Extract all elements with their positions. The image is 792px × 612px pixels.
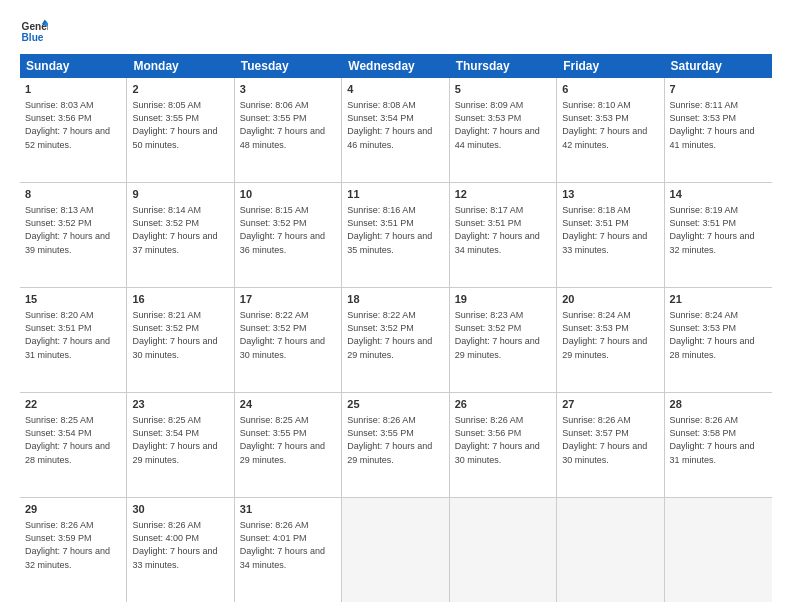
day-details: Sunrise: 8:26 AMSunset: 4:01 PMDaylight:… [240,519,336,571]
logo-icon: General Blue [20,18,48,46]
day-number: 14 [670,187,767,202]
calendar-day-cell: 21Sunrise: 8:24 AMSunset: 3:53 PMDayligh… [665,288,772,392]
calendar-day-cell: 13Sunrise: 8:18 AMSunset: 3:51 PMDayligh… [557,183,664,287]
day-details: Sunrise: 8:18 AMSunset: 3:51 PMDaylight:… [562,204,658,256]
calendar-day-cell: 9Sunrise: 8:14 AMSunset: 3:52 PMDaylight… [127,183,234,287]
calendar-empty-cell [665,498,772,602]
calendar-day-cell: 30Sunrise: 8:26 AMSunset: 4:00 PMDayligh… [127,498,234,602]
calendar-day-cell: 7Sunrise: 8:11 AMSunset: 3:53 PMDaylight… [665,78,772,182]
day-number: 16 [132,292,228,307]
calendar-day-cell: 11Sunrise: 8:16 AMSunset: 3:51 PMDayligh… [342,183,449,287]
calendar-day-cell: 17Sunrise: 8:22 AMSunset: 3:52 PMDayligh… [235,288,342,392]
calendar-empty-cell [450,498,557,602]
calendar-day-cell: 14Sunrise: 8:19 AMSunset: 3:51 PMDayligh… [665,183,772,287]
day-number: 9 [132,187,228,202]
day-number: 30 [132,502,228,517]
day-details: Sunrise: 8:22 AMSunset: 3:52 PMDaylight:… [347,309,443,361]
calendar-day-cell: 4Sunrise: 8:08 AMSunset: 3:54 PMDaylight… [342,78,449,182]
day-details: Sunrise: 8:26 AMSunset: 3:57 PMDaylight:… [562,414,658,466]
day-number: 6 [562,82,658,97]
calendar-header: SundayMondayTuesdayWednesdayThursdayFrid… [20,54,772,78]
day-number: 5 [455,82,551,97]
calendar-day-cell: 26Sunrise: 8:26 AMSunset: 3:56 PMDayligh… [450,393,557,497]
calendar-day-cell: 15Sunrise: 8:20 AMSunset: 3:51 PMDayligh… [20,288,127,392]
day-number: 18 [347,292,443,307]
day-number: 20 [562,292,658,307]
calendar-day-cell: 19Sunrise: 8:23 AMSunset: 3:52 PMDayligh… [450,288,557,392]
day-number: 12 [455,187,551,202]
day-number: 26 [455,397,551,412]
day-details: Sunrise: 8:25 AMSunset: 3:54 PMDaylight:… [25,414,121,466]
calendar-week-row: 22Sunrise: 8:25 AMSunset: 3:54 PMDayligh… [20,393,772,498]
calendar-day-cell: 22Sunrise: 8:25 AMSunset: 3:54 PMDayligh… [20,393,127,497]
day-number: 19 [455,292,551,307]
day-details: Sunrise: 8:05 AMSunset: 3:55 PMDaylight:… [132,99,228,151]
day-details: Sunrise: 8:08 AMSunset: 3:54 PMDaylight:… [347,99,443,151]
day-details: Sunrise: 8:14 AMSunset: 3:52 PMDaylight:… [132,204,228,256]
day-number: 21 [670,292,767,307]
day-number: 28 [670,397,767,412]
calendar-body: 1Sunrise: 8:03 AMSunset: 3:56 PMDaylight… [20,78,772,602]
day-number: 4 [347,82,443,97]
day-details: Sunrise: 8:26 AMSunset: 3:56 PMDaylight:… [455,414,551,466]
calendar-week-row: 15Sunrise: 8:20 AMSunset: 3:51 PMDayligh… [20,288,772,393]
calendar-empty-cell [342,498,449,602]
day-details: Sunrise: 8:26 AMSunset: 3:58 PMDaylight:… [670,414,767,466]
calendar-header-cell: Thursday [450,54,557,78]
calendar-day-cell: 2Sunrise: 8:05 AMSunset: 3:55 PMDaylight… [127,78,234,182]
day-details: Sunrise: 8:09 AMSunset: 3:53 PMDaylight:… [455,99,551,151]
calendar-day-cell: 18Sunrise: 8:22 AMSunset: 3:52 PMDayligh… [342,288,449,392]
page: General Blue SundayMondayTuesdayWednesda… [0,0,792,612]
calendar-day-cell: 23Sunrise: 8:25 AMSunset: 3:54 PMDayligh… [127,393,234,497]
day-number: 27 [562,397,658,412]
calendar-header-cell: Wednesday [342,54,449,78]
day-details: Sunrise: 8:24 AMSunset: 3:53 PMDaylight:… [670,309,767,361]
calendar-day-cell: 29Sunrise: 8:26 AMSunset: 3:59 PMDayligh… [20,498,127,602]
calendar-day-cell: 27Sunrise: 8:26 AMSunset: 3:57 PMDayligh… [557,393,664,497]
day-details: Sunrise: 8:19 AMSunset: 3:51 PMDaylight:… [670,204,767,256]
day-details: Sunrise: 8:25 AMSunset: 3:54 PMDaylight:… [132,414,228,466]
day-number: 17 [240,292,336,307]
calendar-day-cell: 31Sunrise: 8:26 AMSunset: 4:01 PMDayligh… [235,498,342,602]
calendar-week-row: 1Sunrise: 8:03 AMSunset: 3:56 PMDaylight… [20,78,772,183]
day-number: 29 [25,502,121,517]
day-number: 1 [25,82,121,97]
day-details: Sunrise: 8:17 AMSunset: 3:51 PMDaylight:… [455,204,551,256]
day-number: 2 [132,82,228,97]
calendar-day-cell: 1Sunrise: 8:03 AMSunset: 3:56 PMDaylight… [20,78,127,182]
calendar-day-cell: 24Sunrise: 8:25 AMSunset: 3:55 PMDayligh… [235,393,342,497]
day-details: Sunrise: 8:26 AMSunset: 4:00 PMDaylight:… [132,519,228,571]
svg-text:Blue: Blue [22,32,44,43]
header: General Blue [20,18,772,46]
day-details: Sunrise: 8:24 AMSunset: 3:53 PMDaylight:… [562,309,658,361]
day-details: Sunrise: 8:16 AMSunset: 3:51 PMDaylight:… [347,204,443,256]
day-number: 25 [347,397,443,412]
calendar-day-cell: 12Sunrise: 8:17 AMSunset: 3:51 PMDayligh… [450,183,557,287]
day-details: Sunrise: 8:25 AMSunset: 3:55 PMDaylight:… [240,414,336,466]
day-details: Sunrise: 8:21 AMSunset: 3:52 PMDaylight:… [132,309,228,361]
day-number: 11 [347,187,443,202]
day-details: Sunrise: 8:15 AMSunset: 3:52 PMDaylight:… [240,204,336,256]
calendar-header-cell: Sunday [20,54,127,78]
calendar-day-cell: 10Sunrise: 8:15 AMSunset: 3:52 PMDayligh… [235,183,342,287]
calendar-header-cell: Friday [557,54,664,78]
day-details: Sunrise: 8:10 AMSunset: 3:53 PMDaylight:… [562,99,658,151]
calendar-day-cell: 20Sunrise: 8:24 AMSunset: 3:53 PMDayligh… [557,288,664,392]
calendar-header-cell: Tuesday [235,54,342,78]
calendar-day-cell: 6Sunrise: 8:10 AMSunset: 3:53 PMDaylight… [557,78,664,182]
day-details: Sunrise: 8:23 AMSunset: 3:52 PMDaylight:… [455,309,551,361]
day-details: Sunrise: 8:03 AMSunset: 3:56 PMDaylight:… [25,99,121,151]
day-number: 8 [25,187,121,202]
day-details: Sunrise: 8:20 AMSunset: 3:51 PMDaylight:… [25,309,121,361]
day-details: Sunrise: 8:26 AMSunset: 3:55 PMDaylight:… [347,414,443,466]
calendar-day-cell: 16Sunrise: 8:21 AMSunset: 3:52 PMDayligh… [127,288,234,392]
calendar-day-cell: 5Sunrise: 8:09 AMSunset: 3:53 PMDaylight… [450,78,557,182]
calendar-day-cell: 28Sunrise: 8:26 AMSunset: 3:58 PMDayligh… [665,393,772,497]
calendar-header-cell: Monday [127,54,234,78]
day-details: Sunrise: 8:13 AMSunset: 3:52 PMDaylight:… [25,204,121,256]
day-number: 31 [240,502,336,517]
calendar-empty-cell [557,498,664,602]
day-number: 7 [670,82,767,97]
day-number: 23 [132,397,228,412]
logo: General Blue [20,18,48,46]
